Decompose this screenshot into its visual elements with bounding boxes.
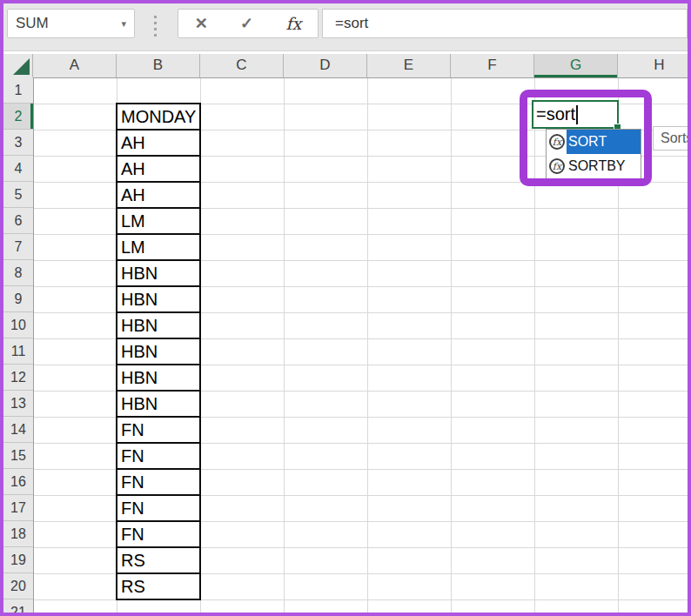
cell-b3[interactable]: AH — [116, 129, 201, 157]
row-header-11[interactable]: 11 — [3, 338, 33, 365]
column-header-a[interactable]: A — [33, 54, 117, 77]
row-header-12[interactable]: 12 — [3, 365, 33, 391]
cell-b16[interactable]: FN — [116, 468, 201, 496]
select-all-button[interactable] — [3, 54, 33, 77]
row-header-3[interactable]: 3 — [3, 130, 33, 156]
name-box-value: SUM — [16, 15, 49, 32]
cell-b8[interactable]: HBN — [116, 259, 201, 287]
row-header-8[interactable]: 8 — [3, 260, 33, 286]
formula-bar-strip: SUM ▾ ✕ ✓ fx =sort — [3, 3, 688, 51]
autocomplete-item-label: SORTBY — [567, 154, 641, 178]
cancel-icon[interactable]: ✕ — [195, 14, 208, 33]
row-header-5[interactable]: 5 — [3, 182, 33, 208]
cell-b18[interactable]: FN — [116, 520, 201, 548]
cell-b11[interactable]: HBN — [116, 338, 201, 365]
autocomplete-item-label: SORT — [567, 130, 641, 154]
enter-icon[interactable]: ✓ — [240, 14, 253, 33]
insert-function-icon[interactable]: fx — [286, 14, 302, 33]
cell-b17[interactable]: FN — [116, 494, 201, 522]
column-header-h[interactable]: H — [618, 54, 688, 77]
column-header-c[interactable]: C — [200, 54, 284, 77]
row-header-10[interactable]: 10 — [3, 312, 33, 338]
row-header-18[interactable]: 18 — [3, 521, 33, 547]
formula-autocomplete-dropdown: fxSORTfxSORTBY — [546, 129, 641, 179]
active-cell-g2[interactable]: =sort — [532, 100, 619, 129]
formula-buttons-group: ✕ ✓ fx — [178, 9, 319, 38]
row-header-21[interactable]: 21 — [3, 599, 33, 616]
row-header-20[interactable]: 20 — [3, 573, 33, 599]
row-header-15[interactable]: 15 — [3, 443, 33, 469]
cell-b20[interactable]: RS — [116, 572, 201, 600]
name-box[interactable]: SUM ▾ — [7, 9, 135, 38]
function-tooltip-text: Sorts — [661, 131, 691, 146]
formula-text: =sort — [335, 15, 368, 32]
cell-b4[interactable]: AH — [116, 155, 201, 183]
column-header-g[interactable]: G — [534, 54, 618, 77]
cell-b5[interactable]: AH — [116, 181, 201, 209]
cell-b15[interactable]: FN — [116, 442, 201, 470]
function-tooltip: Sorts — [653, 126, 691, 151]
active-cell-text: =sort — [536, 104, 575, 124]
cell-b19[interactable]: RS — [116, 546, 201, 574]
cell-b6[interactable]: LM — [116, 207, 201, 235]
row-header-7[interactable]: 7 — [3, 234, 33, 260]
column-header-b[interactable]: B — [117, 54, 200, 77]
cell-b7[interactable]: LM — [116, 233, 201, 261]
text-cursor — [576, 105, 578, 124]
cell-b2[interactable]: MONDAY — [116, 103, 201, 131]
cell-b12[interactable]: HBN — [116, 364, 201, 392]
drag-handle-dots-icon — [154, 16, 157, 37]
row-header-4[interactable]: 4 — [3, 156, 33, 182]
column-letters: ABCDEFGH — [33, 54, 688, 77]
column-header-f[interactable]: F — [451, 54, 534, 77]
column-header-e[interactable]: E — [367, 54, 451, 77]
column-headers-row: ABCDEFGH — [3, 54, 688, 78]
row-header-6[interactable]: 6 — [3, 208, 33, 234]
row-header-19[interactable]: 19 — [3, 547, 33, 573]
row-header-9[interactable]: 9 — [3, 286, 33, 312]
cell-b14[interactable]: FN — [116, 416, 201, 444]
autocomplete-item-sort[interactable]: fxSORT — [547, 130, 641, 154]
row-header-16[interactable]: 16 — [3, 469, 33, 495]
fx-icon: fx — [549, 158, 565, 174]
select-all-triangle-icon — [13, 58, 30, 75]
fx-icon: fx — [549, 134, 565, 150]
chevron-down-icon[interactable]: ▾ — [121, 18, 126, 30]
formula-bar-input[interactable]: =sort — [322, 9, 688, 38]
cell-b9[interactable]: HBN — [116, 285, 201, 313]
row-headers-column: 123456789101112131415161718192021 — [3, 77, 34, 616]
cell-b10[interactable]: HBN — [116, 311, 201, 339]
row-header-17[interactable]: 17 — [3, 495, 33, 521]
row-header-1[interactable]: 1 — [3, 77, 33, 104]
row-header-2[interactable]: 2 — [3, 104, 33, 130]
row-header-14[interactable]: 14 — [3, 417, 33, 443]
column-header-d[interactable]: D — [284, 54, 367, 77]
cell-b13[interactable]: HBN — [116, 390, 201, 418]
autocomplete-item-sortby[interactable]: fxSORTBY — [547, 154, 641, 178]
row-header-13[interactable]: 13 — [3, 391, 33, 417]
